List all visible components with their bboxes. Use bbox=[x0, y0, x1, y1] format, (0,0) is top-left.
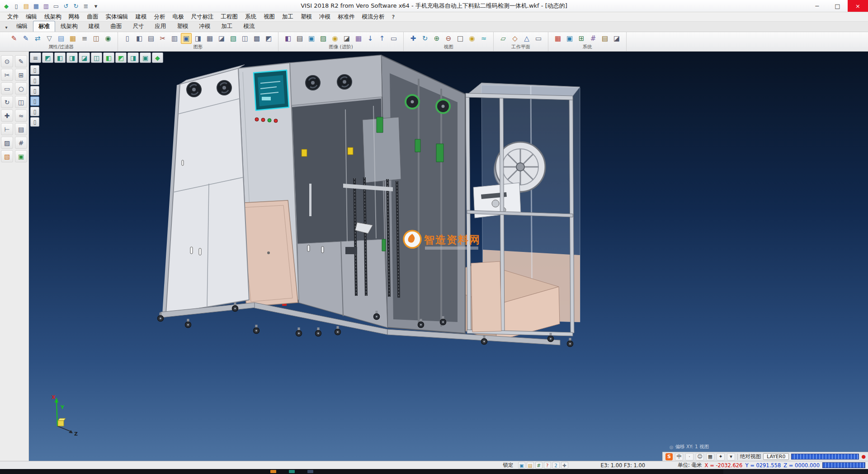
plane-btn-2[interactable]: ▯ bbox=[30, 76, 39, 85]
viewport[interactable]: 智造资料网 X Y Z ≡ bbox=[29, 52, 868, 461]
graphics-pane-icon[interactable]: ◨ bbox=[193, 33, 203, 44]
attr-match-icon[interactable]: ⇄ bbox=[32, 33, 43, 44]
image-bg-icon[interactable]: ▦ bbox=[353, 33, 364, 44]
dimension-icon[interactable]: ⊢ bbox=[1, 123, 13, 135]
rotate-icon[interactable]: ↻ bbox=[1, 96, 13, 108]
attr-pen-blue-icon[interactable]: ✎ bbox=[20, 33, 31, 44]
menu-item[interactable]: 标准件 bbox=[334, 12, 359, 22]
image-texture-icon[interactable]: ▨ bbox=[318, 33, 329, 44]
attr-color-icon[interactable]: ▦ bbox=[67, 33, 78, 44]
menu-item[interactable]: 线架构 bbox=[41, 12, 65, 22]
workplane-align-icon[interactable]: ◇ bbox=[509, 33, 520, 44]
graphics-new-icon[interactable]: ▯ bbox=[122, 33, 133, 44]
graphics-view-icon[interactable]: ▣ bbox=[181, 33, 192, 44]
ribbon-tab[interactable]: 建模 bbox=[83, 21, 105, 32]
menu-item[interactable]: 分析 bbox=[151, 12, 169, 22]
graphics-shade-icon[interactable]: ▩ bbox=[251, 33, 262, 44]
ribbon-tab[interactable]: 标准 bbox=[33, 21, 55, 32]
view-rotate-icon[interactable]: ↻ bbox=[420, 33, 430, 44]
image-shadow-icon[interactable]: ◪ bbox=[341, 33, 352, 44]
status-display-icon[interactable]: ▣ bbox=[518, 462, 525, 469]
view-zoom-out-icon[interactable]: ⊖ bbox=[443, 33, 454, 44]
layer-list-icon[interactable]: ▤ bbox=[15, 123, 27, 135]
side-view-icon[interactable]: ◪ bbox=[79, 52, 90, 63]
ime-skin[interactable]: ✦ bbox=[717, 453, 725, 460]
taskbar-app-icon[interactable] bbox=[270, 470, 276, 473]
back-view-icon[interactable]: ◫ bbox=[91, 52, 102, 63]
new-file-icon[interactable]: ▯ bbox=[12, 1, 21, 10]
plane-btn-5[interactable]: ▯ bbox=[30, 107, 39, 116]
maximize-button[interactable]: □ bbox=[827, 0, 848, 12]
status-help-icon[interactable]: ? bbox=[544, 462, 551, 469]
attr-filter-icon[interactable]: ▽ bbox=[44, 33, 55, 44]
image-film-icon[interactable]: ▤ bbox=[294, 33, 305, 44]
edit-point-icon[interactable]: ✎ bbox=[15, 55, 27, 67]
rect-icon[interactable]: ▭ bbox=[1, 82, 13, 95]
image-import-icon[interactable]: ↑ bbox=[377, 33, 387, 44]
save-icon[interactable]: ▦ bbox=[32, 1, 41, 10]
menu-item[interactable]: 编辑 bbox=[22, 12, 41, 22]
system-snap-icon[interactable]: # bbox=[588, 33, 599, 44]
graphics-sheet-icon[interactable]: ▥ bbox=[169, 33, 180, 44]
graphics-corner-icon[interactable]: ◪ bbox=[216, 33, 227, 44]
attr-pencil-icon[interactable]: ✎ bbox=[9, 33, 19, 44]
ribbon-tab[interactable]: 塑模 bbox=[172, 21, 194, 32]
graphics-grid-icon[interactable]: ▦ bbox=[204, 33, 215, 44]
image-render-icon[interactable]: ▣ bbox=[306, 33, 317, 44]
undo-icon[interactable]: ↺ bbox=[61, 1, 71, 10]
front-view-icon[interactable]: ◧ bbox=[54, 52, 66, 63]
status-2-icon[interactable]: 2 bbox=[552, 462, 560, 469]
image-export-icon[interactable]: ↓ bbox=[365, 33, 376, 44]
system-settings-icon[interactable]: ▦ bbox=[552, 33, 563, 44]
workplane-xy-icon[interactable]: ▱ bbox=[498, 33, 509, 44]
view-fit-icon[interactable]: □ bbox=[455, 33, 466, 44]
top-view-icon[interactable]: ◨ bbox=[66, 52, 78, 63]
plane-btn-1[interactable]: ▯ bbox=[30, 65, 39, 75]
ribbon-tab[interactable]: 冲模 bbox=[194, 21, 216, 32]
attr-layer-icon[interactable]: ▤ bbox=[56, 33, 66, 44]
workplane-view-icon[interactable]: ▭ bbox=[533, 33, 544, 44]
attr-info-icon[interactable]: ◉ bbox=[103, 33, 113, 44]
circle-icon[interactable]: ○ bbox=[15, 82, 27, 95]
menu-item[interactable]: 曲面 bbox=[84, 12, 102, 22]
ribbon-tab[interactable]: 模流 bbox=[238, 21, 260, 32]
ribbon-tab[interactable]: 曲面 bbox=[105, 21, 127, 32]
taskbar-app-icon[interactable] bbox=[307, 470, 313, 473]
ribbon-tab[interactable]: 应用 bbox=[150, 21, 172, 32]
menu-item[interactable]: 文件 bbox=[4, 12, 22, 22]
menu-item[interactable]: 塑模 bbox=[297, 12, 316, 22]
system-shade-icon[interactable]: ◪ bbox=[611, 33, 622, 44]
ime-lang[interactable]: 中 bbox=[675, 453, 683, 460]
graphics-frame-icon[interactable]: ◩ bbox=[263, 33, 274, 44]
dimetric-view-icon[interactable]: ◨ bbox=[127, 52, 139, 63]
status-snap-icon[interactable]: # bbox=[535, 462, 542, 469]
trim-icon[interactable]: ✂ bbox=[1, 69, 13, 81]
menu-item[interactable]: 模流分析 bbox=[359, 12, 388, 22]
menu-item[interactable]: 建模 bbox=[132, 12, 151, 22]
ime-logo-icon[interactable]: S bbox=[665, 453, 673, 460]
taskbar-app-icon[interactable] bbox=[289, 470, 295, 473]
ime-emoji[interactable]: ☺ bbox=[696, 453, 704, 460]
menu-item[interactable]: 视图 bbox=[260, 12, 278, 22]
system-grid-icon[interactable]: ⊞ bbox=[576, 33, 587, 44]
menu-item[interactable]: 尺寸标注 bbox=[188, 12, 217, 22]
menu-item[interactable]: 冲模 bbox=[316, 12, 334, 22]
status-image-icon[interactable]: ▤ bbox=[527, 462, 534, 469]
graphics-paste-icon[interactable]: ▤ bbox=[146, 33, 156, 44]
ime-menu[interactable]: ▾ bbox=[727, 453, 735, 460]
menu-item[interactable]: 电极 bbox=[169, 12, 188, 22]
bottom-view-icon[interactable]: ◧ bbox=[103, 52, 114, 63]
render-icon[interactable]: ▣ bbox=[15, 150, 27, 162]
mirror-icon[interactable]: ◫ bbox=[15, 96, 27, 108]
menu-item[interactable]: 工程图 bbox=[217, 12, 242, 22]
open-folder-icon[interactable]: ▤ bbox=[22, 1, 31, 10]
offset-icon[interactable]: ≈ bbox=[15, 109, 27, 122]
layer-selector[interactable]: LAYER0 bbox=[763, 453, 789, 460]
minimize-button[interactable]: ─ bbox=[807, 0, 827, 12]
view-pan-icon[interactable]: ✚ bbox=[408, 33, 419, 44]
move-icon[interactable]: ✚ bbox=[1, 109, 13, 122]
ribbon-tab[interactable]: 线架构 bbox=[55, 21, 83, 32]
redo-icon[interactable]: ↻ bbox=[71, 1, 80, 10]
app-logo-icon[interactable]: ◆ bbox=[2, 1, 11, 10]
print-icon[interactable]: ▭ bbox=[52, 1, 61, 10]
